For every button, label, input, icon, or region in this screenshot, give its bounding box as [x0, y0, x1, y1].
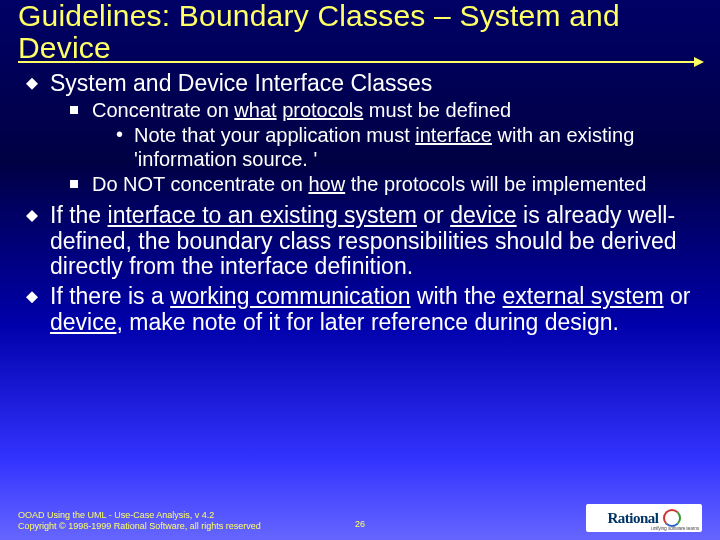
- text: Note that your application must: [134, 124, 415, 146]
- title-underline: [18, 61, 702, 63]
- title-area: Guidelines: Boundary Classes – System an…: [0, 0, 720, 63]
- text-underline: protocols: [282, 99, 363, 121]
- bullet-l1: System and Device Interface Classes Conc…: [24, 71, 696, 197]
- page-number: 26: [355, 519, 365, 530]
- text: the protocols will be implemented: [345, 173, 646, 195]
- slide-title: Guidelines: Boundary Classes – System an…: [18, 0, 702, 65]
- content-body: System and Device Interface Classes Conc…: [0, 63, 720, 336]
- text-underline: interface: [415, 124, 492, 146]
- text-underline: working communication: [170, 283, 410, 309]
- bullet-l2: Do NOT concentrate on how the protocols …: [68, 173, 696, 197]
- rational-logo: Rational unifying software teams: [586, 504, 702, 532]
- text-underline: device: [450, 202, 516, 228]
- text: , make note of it for later reference du…: [116, 309, 618, 335]
- footer-line: Copyright © 1998-1999 Rational Software,…: [18, 521, 261, 532]
- bullet-l1: If the interface to an existing system o…: [24, 203, 696, 280]
- text-underline: how: [308, 173, 345, 195]
- text: or: [417, 202, 450, 228]
- text: If the: [50, 202, 108, 228]
- bullet-l2: Concentrate on what protocols must be de…: [68, 99, 696, 172]
- text: or: [664, 283, 691, 309]
- arrow-right-icon: [694, 57, 704, 67]
- text: Concentrate on: [92, 99, 234, 121]
- text-underline: interface to an existing system: [108, 202, 417, 228]
- text: with the: [411, 283, 503, 309]
- sub-list: Concentrate on what protocols must be de…: [50, 99, 696, 197]
- sub-sub-list: Note that your application must interfac…: [92, 124, 696, 171]
- logo-tagline: unifying software teams: [651, 525, 699, 531]
- bullet-l3: Note that your application must interfac…: [114, 124, 696, 171]
- text-underline: what: [234, 99, 276, 121]
- footer-left: OOAD Using the UML - Use-Case Analysis, …: [18, 510, 261, 532]
- bullet-l1: If there is a working communication with…: [24, 284, 696, 336]
- text-underline: external system: [503, 283, 664, 309]
- footer-line: OOAD Using the UML - Use-Case Analysis, …: [18, 510, 261, 521]
- bullet-text: System and Device Interface Classes: [50, 70, 432, 96]
- text-underline: device: [50, 309, 116, 335]
- text: must be defined: [363, 99, 511, 121]
- footer: OOAD Using the UML - Use-Case Analysis, …: [18, 504, 702, 532]
- text: Do NOT concentrate on: [92, 173, 308, 195]
- text: If there is a: [50, 283, 170, 309]
- slide: Guidelines: Boundary Classes – System an…: [0, 0, 720, 540]
- bullet-list: System and Device Interface Classes Conc…: [24, 71, 696, 336]
